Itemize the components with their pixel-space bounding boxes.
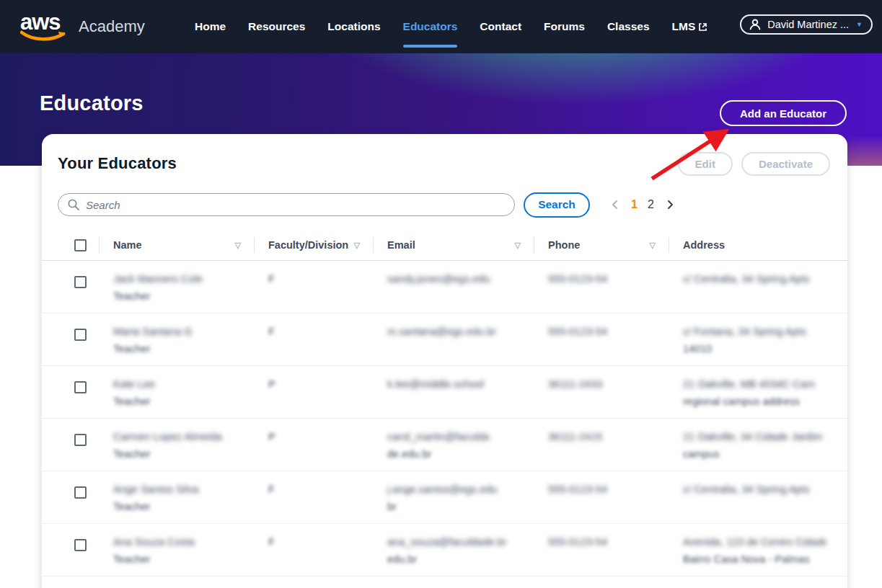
- row-checkbox[interactable]: [74, 276, 87, 288]
- educator-address-line2: campus: [683, 445, 826, 463]
- nav-item-educators[interactable]: Educators: [403, 0, 458, 53]
- search-button[interactable]: Search: [524, 192, 590, 218]
- educator-phone: 555-0123-54: [548, 533, 658, 551]
- educator-name: Ana Souza Costa: [113, 533, 244, 551]
- select-all-checkbox[interactable]: [74, 239, 87, 251]
- educator-email: carol_martin@faculda: [387, 428, 524, 445]
- table-row: Ana Souza Costa Teacher F ana_souza@facu…: [42, 524, 847, 576]
- educator-role: Teacher: [113, 340, 244, 357]
- column-label: Faculty/Division: [268, 239, 348, 251]
- educator-address-line2: Bairro Casa Nova - Palmas: [683, 551, 826, 568]
- educator-phone: 555-0123-54: [548, 323, 658, 340]
- card-header: Your Educators Edit Deactivate: [58, 151, 830, 176]
- educator-faculty: P: [268, 375, 363, 393]
- educator-name: Ange Santos Silva: [113, 481, 244, 498]
- selection-actions: Edit Deactivate: [678, 152, 830, 176]
- educator-phone: 36111-2433: [548, 375, 658, 393]
- educator-address: 21 Oakville, MB 4034C Cam: [683, 375, 826, 393]
- educator-address: c/ Fontana, 34 Spring Apts: [683, 323, 826, 340]
- page-title: Educators: [40, 92, 144, 115]
- educator-address-line2: 14010: [683, 340, 826, 357]
- aws-logo: aws: [20, 12, 68, 43]
- chevron-down-icon: ▼: [856, 21, 863, 28]
- table-row: Ange Santos Silva Teacher F j.ange.santo…: [42, 471, 847, 524]
- column-header-name[interactable]: Name ▽: [99, 229, 254, 261]
- user-icon: [749, 18, 762, 31]
- table-row: Jack Manners Cole Teacher F sandy.jones@…: [42, 261, 847, 313]
- deactivate-button[interactable]: Deactivate: [741, 152, 830, 176]
- pagination-page-1[interactable]: 1: [631, 198, 638, 211]
- row-checkbox[interactable]: [74, 434, 87, 446]
- nav-item-contact[interactable]: Contact: [480, 0, 521, 53]
- educator-phone: 36111-2415: [548, 428, 658, 445]
- add-educator-button[interactable]: Add an Educator: [720, 100, 847, 126]
- external-link-icon: [698, 22, 707, 32]
- column-label: Phone: [548, 239, 580, 251]
- pagination: 1 2: [609, 198, 676, 211]
- educator-phone: 555-0123-54: [548, 481, 658, 498]
- search-box: [58, 193, 515, 216]
- aws-smile-icon: [20, 30, 68, 43]
- educator-email: m.santana@egs.edu.br: [387, 323, 524, 340]
- top-navbar: aws Academy Home Resources Locations Edu…: [0, 0, 882, 53]
- educator-role: Teacher: [113, 445, 244, 463]
- nav-item-locations[interactable]: Locations: [327, 0, 380, 53]
- educator-address-line2: regional campus address: [683, 393, 826, 410]
- pagination-page-2[interactable]: 2: [648, 198, 654, 211]
- column-header-phone[interactable]: Phone ▽: [534, 229, 669, 261]
- user-menu-button[interactable]: David Martinez ... ▼: [740, 14, 873, 35]
- pagination-next-button[interactable]: [664, 198, 676, 211]
- educator-email: j.ange.santos@egs.edu: [387, 481, 524, 498]
- educator-email: k.lee@middle.school: [387, 375, 524, 393]
- nav-item-lms[interactable]: LMS: [672, 0, 708, 53]
- card-title: Your Educators: [58, 154, 177, 173]
- main-nav: Home Resources Locations Educators Conta…: [195, 0, 707, 53]
- educator-address: 21 Oakville, 34 Cidade Jardim: [683, 428, 826, 445]
- chevron-right-icon: [664, 198, 676, 211]
- table-row: Kate Lee Teacher P k.lee@middle.school 3…: [42, 366, 847, 419]
- brand-product-name: Academy: [79, 17, 145, 36]
- column-label: Email: [387, 239, 415, 251]
- educator-email: ana_souza@faculdade.br: [387, 533, 524, 551]
- educator-role: Teacher: [113, 288, 244, 305]
- educator-name: Jack Manners Cole: [113, 270, 244, 288]
- educator-role: Teacher: [113, 498, 244, 515]
- table-toolbar: Search 1 2: [58, 192, 830, 218]
- sort-icon: ▽: [235, 241, 241, 250]
- nav-item-home[interactable]: Home: [195, 0, 226, 53]
- column-header-faculty-division[interactable]: Faculty/Division ▽: [254, 229, 373, 261]
- chevron-left-icon: [609, 198, 621, 211]
- nav-item-lms-label: LMS: [672, 20, 696, 33]
- educators-table: Name ▽ Faculty/Division ▽ Email ▽ Phone …: [42, 229, 847, 576]
- educator-email-line2: de.edu.br: [387, 445, 524, 463]
- educator-faculty: F: [268, 270, 363, 288]
- educator-address: Avenida, 123 de Centro Cidade: [683, 533, 826, 551]
- table-header-row: Name ▽ Faculty/Division ▽ Email ▽ Phone …: [42, 229, 847, 261]
- row-checkbox[interactable]: [74, 329, 87, 341]
- edit-button[interactable]: Edit: [678, 152, 733, 176]
- sort-icon: ▽: [650, 241, 656, 250]
- nav-item-resources[interactable]: Resources: [248, 0, 305, 53]
- educator-phone: 555-0123-54: [548, 270, 658, 288]
- educator-faculty: F: [268, 481, 363, 498]
- user-name: David Martinez ...: [767, 19, 849, 30]
- row-checkbox[interactable]: [74, 486, 87, 499]
- nav-item-classes[interactable]: Classes: [607, 0, 650, 53]
- educator-name: Maria Santana G: [113, 323, 244, 340]
- search-input[interactable]: [58, 193, 515, 216]
- educator-faculty: F: [268, 323, 363, 340]
- educator-name: Kate Lee: [113, 375, 244, 393]
- brand: aws Academy: [20, 0, 145, 53]
- row-checkbox[interactable]: [74, 539, 87, 551]
- educator-email: sandy.jones@egs.edu: [387, 270, 524, 288]
- column-header-address[interactable]: Address: [669, 229, 837, 261]
- search-icon: [67, 198, 80, 211]
- educators-card: Your Educators Edit Deactivate Search 1 …: [42, 134, 847, 588]
- row-checkbox[interactable]: [74, 381, 87, 393]
- column-header-email[interactable]: Email ▽: [373, 229, 534, 261]
- nav-item-forums[interactable]: Forums: [544, 0, 585, 53]
- pagination-prev-button[interactable]: [609, 198, 621, 211]
- educator-role: Teacher: [113, 551, 244, 568]
- educator-role: Teacher: [113, 393, 244, 410]
- table-row: Maria Santana G Teacher F m.santana@egs.…: [42, 313, 847, 366]
